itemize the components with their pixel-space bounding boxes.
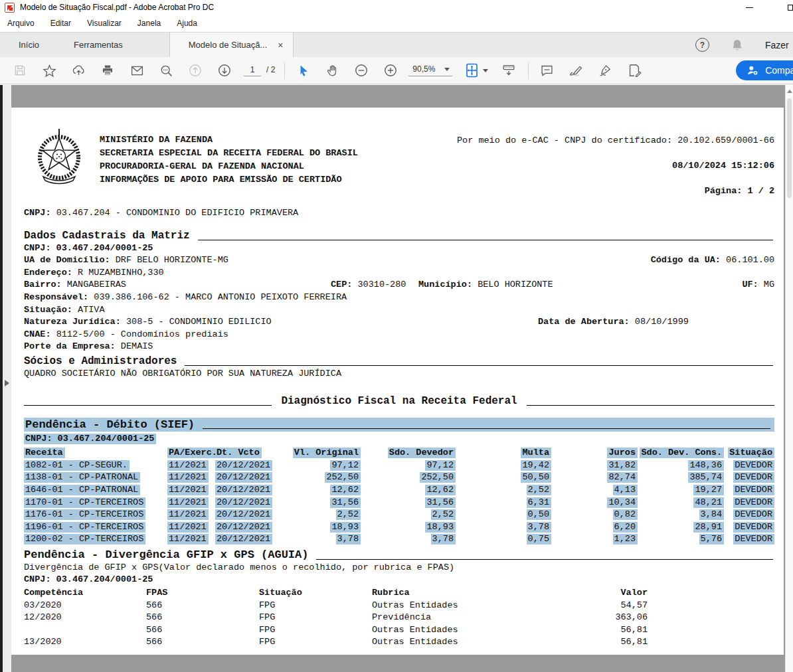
section-dados-cadastrais: Dados Cadastrais da Matriz bbox=[24, 229, 774, 242]
table-row: 12/2020566FPGPrevidência363,06 bbox=[24, 612, 774, 624]
table-cell: 1646-01 - CP-PATRONAL bbox=[24, 484, 167, 497]
comment-button[interactable] bbox=[535, 60, 558, 80]
page-display-button[interactable] bbox=[497, 60, 520, 80]
table-cell: Vl. Original bbox=[270, 447, 361, 460]
maximize-button[interactable] bbox=[764, 0, 793, 15]
window-controls bbox=[735, 0, 793, 15]
table-cell: 5,76 bbox=[638, 533, 724, 546]
fit-page-button[interactable] bbox=[462, 60, 491, 80]
select-tool-button[interactable] bbox=[292, 60, 314, 80]
scrollbar-thumb[interactable] bbox=[787, 98, 792, 198]
zoom-in-button[interactable] bbox=[379, 60, 402, 80]
signin-label[interactable]: Fazer bbox=[765, 40, 792, 50]
zoom-out-button[interactable] bbox=[350, 60, 373, 80]
table-row: 1138-01 - CP-PATRONAL11/202120/12/202125… bbox=[24, 471, 774, 484]
help-icon[interactable]: ? bbox=[695, 38, 709, 52]
tab-close-icon[interactable]: × bbox=[278, 41, 283, 50]
table-cell: 1,23 bbox=[551, 533, 638, 546]
page-indicator: Página: 1 / 2 bbox=[457, 185, 774, 197]
minimize-icon bbox=[746, 7, 753, 8]
hand-tool-button[interactable] bbox=[321, 60, 343, 80]
tabbar-right: ? Fazer bbox=[695, 33, 793, 57]
table-row: 1196-01 - CP-TERCEIROS11/202120/12/20211… bbox=[24, 521, 774, 534]
table-cell: 385,74 bbox=[638, 471, 724, 484]
section-title: Dados Cadastrais da Matriz bbox=[24, 229, 190, 242]
favorite-star-button[interactable] bbox=[38, 60, 60, 80]
gfip-cnpj: CNPJ: 03.467.204/0001-25 bbox=[24, 574, 774, 586]
print-button[interactable] bbox=[96, 60, 119, 80]
table-cell: DEVEDOR bbox=[724, 509, 774, 521]
table-cell: 1176-01 - CP-TERCEIROS bbox=[24, 509, 167, 521]
table-cell: FPG bbox=[259, 636, 372, 649]
table-cell: 31,56 bbox=[270, 497, 361, 509]
save-button[interactable] bbox=[9, 60, 31, 80]
field-ua: UA de Domicílio: DRF BELO HORIZONTE-MG C… bbox=[24, 254, 774, 267]
table-cell: 4,13 bbox=[551, 484, 638, 497]
table-cell: 11/2021 bbox=[167, 484, 206, 497]
field-cnpj: CNPJ: 03.467.204/0001-25 bbox=[24, 242, 774, 255]
tab-ferramentas[interactable]: Ferramentas bbox=[56, 33, 140, 57]
table-cell: 97,12 bbox=[270, 460, 361, 472]
table-cell: 1082-01 - CP-SEGUR. bbox=[24, 460, 167, 472]
table-row: 1200-02 - CP-TERCEIROS11/202120/12/20213… bbox=[24, 533, 774, 546]
cnpj-header-line: CNPJ: 03.467.204 - CONDOMINIO DO EDIFICI… bbox=[24, 207, 774, 220]
tab-inicio[interactable]: Início bbox=[1, 33, 56, 57]
sign-pen-button[interactable] bbox=[594, 60, 616, 80]
table-cell: Dt. Vcto bbox=[206, 447, 270, 460]
toolbar-separator bbox=[284, 62, 285, 79]
org-line: PROCURADORIA-GERAL DA FAZENDA NACIONAL bbox=[100, 160, 358, 173]
table-cell: 20/12/2021 bbox=[206, 497, 270, 509]
menu-arquivo[interactable]: Arquivo bbox=[7, 19, 35, 28]
emission-datetime: 08/10/2024 15:12:06 bbox=[457, 159, 774, 172]
section-socios: Sócios e Administradores bbox=[24, 355, 774, 368]
table-row: 1176-01 - CP-TERCEIROS11/202120/12/20212… bbox=[24, 509, 774, 521]
acrobat-window: { "colors": { "accent": "#1473e6", "sele… bbox=[0, 0, 793, 672]
tab-document[interactable]: Modelo de Situaçã... × bbox=[169, 33, 294, 57]
share-button-label: Compar bbox=[765, 65, 793, 76]
share-upload-button[interactable] bbox=[67, 60, 90, 80]
menu-editar[interactable]: Editar bbox=[50, 19, 71, 28]
menu-ajuda[interactable]: Ajuda bbox=[177, 19, 197, 28]
field-responsavel: Responsável: 039.386.106-62 - MARCO ANTO… bbox=[24, 292, 774, 304]
zoom-level-dropdown[interactable]: 90,5% bbox=[408, 64, 452, 76]
table-cell: 1200-02 - CP-TERCEIROS bbox=[24, 533, 167, 546]
chevron-down-icon bbox=[444, 68, 450, 71]
vertical-scrollbar[interactable] bbox=[785, 85, 793, 672]
table-row: CompetênciaFPASSituaçãoRubricaValor bbox=[24, 587, 774, 600]
highlight-button[interactable] bbox=[565, 60, 587, 80]
heading-rule bbox=[185, 365, 773, 366]
table-row: 1170-01 - CP-TERCEIROS11/202120/12/20213… bbox=[24, 497, 774, 509]
page-number-input[interactable]: 1 bbox=[244, 65, 261, 76]
menu-janela[interactable]: Janela bbox=[137, 19, 161, 28]
notifications-bell-icon[interactable] bbox=[731, 38, 744, 52]
table-cell: FPG bbox=[259, 612, 372, 624]
cnpj-value: 03.467.204 - CONDOMINIO DO EDIFICIO PRIM… bbox=[56, 208, 299, 218]
next-page-button[interactable] bbox=[213, 60, 236, 80]
gfip-table-header: CompetênciaFPASSituaçãoRubricaValor bbox=[24, 587, 774, 600]
minimize-button[interactable] bbox=[735, 0, 764, 15]
table-cell: 11/2021 bbox=[167, 521, 206, 534]
maximize-icon bbox=[788, 5, 793, 11]
table-cell: 0,82 bbox=[551, 509, 638, 521]
table-cell: 20/12/2021 bbox=[206, 533, 270, 546]
table-cell: 19,27 bbox=[638, 484, 724, 497]
page-number-control: 1 / 2 bbox=[244, 65, 275, 76]
email-button[interactable] bbox=[126, 60, 148, 80]
menu-visualizar[interactable]: Visualizar bbox=[87, 19, 122, 28]
tabbar: Início Ferramentas Modelo de Situaçã... … bbox=[0, 32, 793, 57]
field-natureza: Natureza Jurídica: 308-5 - CONDOMINIO ED… bbox=[24, 316, 774, 329]
search-button[interactable] bbox=[155, 60, 177, 80]
scroll-up-arrow-icon[interactable] bbox=[787, 90, 792, 93]
share-button[interactable]: Compar bbox=[736, 60, 793, 80]
table-cell: 12/2020 bbox=[24, 612, 146, 624]
table-row: ReceitaPA/Exerc.Dt. VctoVl. OriginalSdo.… bbox=[24, 447, 774, 460]
table-row: 566FPGOutras Entidades56,81 bbox=[24, 624, 774, 637]
sief-table-body: 1082-01 - CP-SEGUR.11/202120/12/202197,1… bbox=[24, 460, 774, 546]
table-row: 1646-01 - CP-PATRONAL11/202120/12/202112… bbox=[24, 484, 774, 497]
expand-nav-pane-arrow-icon[interactable] bbox=[5, 380, 9, 386]
previous-page-button[interactable] bbox=[184, 60, 207, 80]
table-cell: 31,56 bbox=[361, 497, 456, 509]
fill-sign-button[interactable] bbox=[623, 60, 646, 80]
table-cell: 11/2021 bbox=[167, 460, 206, 472]
table-cell: FPG bbox=[259, 600, 372, 612]
